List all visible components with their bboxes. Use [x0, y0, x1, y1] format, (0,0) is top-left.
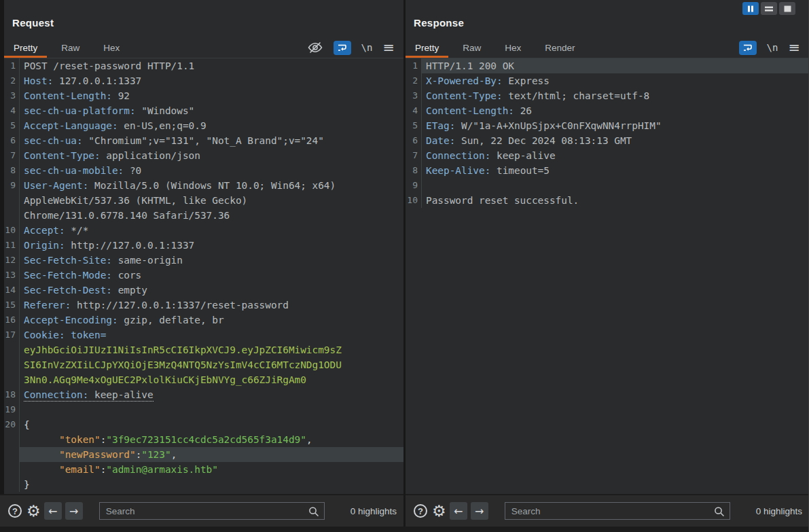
- line-number: 4: [4, 103, 20, 118]
- word-wrap-button[interactable]: [334, 41, 351, 55]
- response-title: Response: [414, 17, 464, 29]
- search-input[interactable]: [100, 506, 324, 516]
- request-title: Request: [12, 17, 54, 29]
- tab-raw[interactable]: Raw: [52, 39, 89, 58]
- response-header-icons: \n ≡: [739, 39, 809, 58]
- settings-gear-icon[interactable]: ⚙: [26, 503, 41, 519]
- code-row: 5ETag: W/"1a-A+XnUpSjpx+C0nFXqwNN4rrpHIM…: [406, 118, 809, 133]
- editor-menu-icon[interactable]: ≡: [382, 41, 395, 55]
- code-line: POST /reset-password HTTP/1.1: [20, 58, 403, 73]
- code-line: Sec-Fetch-Site: same-origin: [20, 253, 403, 268]
- code-line: ETag: W/"1a-A+XnUpSjpx+C0nFXqwNN4rrpHIM": [422, 118, 809, 133]
- code-row: 7Connection: keep-alive: [406, 148, 809, 163]
- code-line: AppleWebKit/537.36 (KHTML, like Gecko): [20, 193, 403, 208]
- search-icon: [714, 506, 725, 520]
- line-number: 17: [4, 327, 20, 342]
- line-number: [4, 462, 20, 477]
- code-line: Content-Type: application/json: [20, 148, 403, 163]
- line-number: 6: [4, 133, 20, 148]
- code-row: 3Content-Length: 92: [4, 88, 403, 103]
- code-line: Connection: keep-alive: [20, 387, 403, 402]
- code-line: Origin: http://127.0.0.1:1337: [20, 238, 403, 253]
- code-row: 4sec-ch-ua-platform: "Windows": [4, 103, 403, 118]
- code-line: Sec-Fetch-Mode: cors: [20, 268, 403, 283]
- line-number: 5: [4, 118, 20, 133]
- code-line: Chrome/131.0.6778.140 Safari/537.36: [20, 208, 403, 223]
- highlights-count: 0 highlights: [350, 506, 397, 516]
- line-number: 10: [406, 193, 422, 208]
- code-row: "email":"admin@armaxis.htb": [4, 462, 403, 477]
- code-line: Referer: http://127.0.0.1:1337/reset-pas…: [20, 298, 403, 313]
- next-match-button[interactable]: →: [65, 502, 83, 520]
- prev-match-button[interactable]: ←: [450, 502, 467, 520]
- newline-toggle-icon[interactable]: \n: [767, 42, 778, 53]
- line-number: [4, 432, 20, 447]
- tab-pretty[interactable]: Pretty: [4, 39, 47, 58]
- code-row: 11Origin: http://127.0.0.1:1337: [4, 238, 403, 253]
- code-line: {: [20, 417, 403, 432]
- code-row: 5Accept-Language: en-US,en;q=0.9: [4, 118, 403, 133]
- code-row: Chrome/131.0.6778.140 Safari/537.36: [4, 208, 403, 223]
- search-box: [99, 502, 325, 520]
- code-line: HTTP/1.1 200 OK: [422, 58, 809, 73]
- tab-pretty[interactable]: Pretty: [406, 39, 448, 58]
- code-row: 6sec-ch-ua: "Chromium";v="131", "Not_A B…: [4, 133, 403, 148]
- code-row: 6Date: Sun, 22 Dec 2024 08:13:13 GMT: [406, 133, 809, 148]
- code-row: 2Host: 127.0.0.1:1337: [4, 73, 403, 88]
- line-number: [4, 447, 20, 462]
- tab-render[interactable]: Render: [535, 39, 584, 58]
- help-icon[interactable]: ?: [8, 504, 22, 518]
- code-row: 20{: [4, 417, 403, 432]
- code-line: Accept-Encoding: gzip, deflate, br: [20, 313, 403, 327]
- code-line: "email":"admin@armaxis.htb": [20, 462, 403, 477]
- code-row: eyJhbGciOiJIUzI1NiIsInR5cCI6IkpXVCJ9.eyJ…: [4, 342, 403, 357]
- code-line: eyJhbGciOiJIUzI1NiIsInR5cCI6IkpXVCJ9.eyJ…: [20, 342, 403, 357]
- search-icon: [308, 506, 319, 520]
- line-number: 20: [4, 417, 20, 432]
- response-editor[interactable]: 1HTTP/1.1 200 OK2X-Powered-By: Express3C…: [406, 58, 809, 494]
- code-line: Content-Length: 92: [20, 88, 403, 103]
- code-row: AppleWebKit/537.36 (KHTML, like Gecko): [4, 193, 403, 208]
- line-number: 3: [406, 88, 422, 103]
- code-line: Cookie: token=: [20, 327, 403, 342]
- line-number: 2: [4, 73, 20, 88]
- code-row: 10Accept: */*: [4, 223, 403, 238]
- code-row: 18Connection: keep-alive: [4, 387, 403, 402]
- request-header-icons: \n ≡: [307, 39, 403, 58]
- next-match-button[interactable]: →: [471, 502, 488, 520]
- highlights-count: 0 highlights: [756, 506, 802, 516]
- line-number: 9: [406, 178, 422, 193]
- settings-gear-icon[interactable]: ⚙: [432, 503, 446, 519]
- code-row: 8Keep-Alive: timeout=5: [406, 163, 809, 178]
- help-icon[interactable]: ?: [414, 504, 427, 518]
- code-line: "token":"3f9ec723151cc4cdc5a2cd565f3a14d…: [20, 432, 403, 447]
- newline-toggle-icon[interactable]: \n: [361, 42, 373, 53]
- tab-raw[interactable]: Raw: [453, 39, 490, 58]
- code-row: "token":"3f9ec723151cc4cdc5a2cd565f3a14d…: [4, 432, 403, 447]
- editor-menu-icon[interactable]: ≡: [788, 41, 800, 55]
- request-editor[interactable]: 1POST /reset-password HTTP/1.12Host: 127…: [4, 58, 403, 494]
- prev-match-button[interactable]: ←: [44, 502, 62, 520]
- line-number: 8: [406, 163, 422, 178]
- line-number: 15: [4, 298, 20, 313]
- code-row: }: [4, 477, 403, 492]
- word-wrap-button[interactable]: [739, 41, 757, 55]
- code-row: 12Sec-Fetch-Site: same-origin: [4, 253, 403, 268]
- tab-hex[interactable]: Hex: [495, 39, 531, 58]
- line-number: [4, 342, 20, 357]
- hide-eye-icon[interactable]: [307, 41, 323, 54]
- line-number: 12: [4, 253, 20, 268]
- code-row: 8sec-ch-ua-mobile: ?0: [4, 163, 403, 178]
- tab-hex[interactable]: Hex: [94, 39, 129, 58]
- request-tabs: PrettyRawHex \n ≡: [4, 39, 403, 58]
- code-row: 15Referer: http://127.0.0.1:1337/reset-p…: [4, 298, 403, 313]
- code-row: 1POST /reset-password HTTP/1.1: [4, 58, 403, 73]
- panel-divider[interactable]: [403, 0, 406, 527]
- search-input[interactable]: [505, 506, 730, 516]
- code-row: SI6InVzZXIiLCJpYXQiOjE3MzQ4NTQ5NzYsImV4c…: [4, 357, 403, 372]
- request-panel: Request PrettyRawHex \n ≡ 1POST /reset-p…: [4, 0, 403, 494]
- line-number: 1: [406, 58, 422, 73]
- request-search-bar: ? ⚙ ← → 0 highlights: [0, 494, 403, 527]
- code-row: 19: [4, 402, 403, 417]
- code-line: Password reset successful.: [422, 193, 809, 208]
